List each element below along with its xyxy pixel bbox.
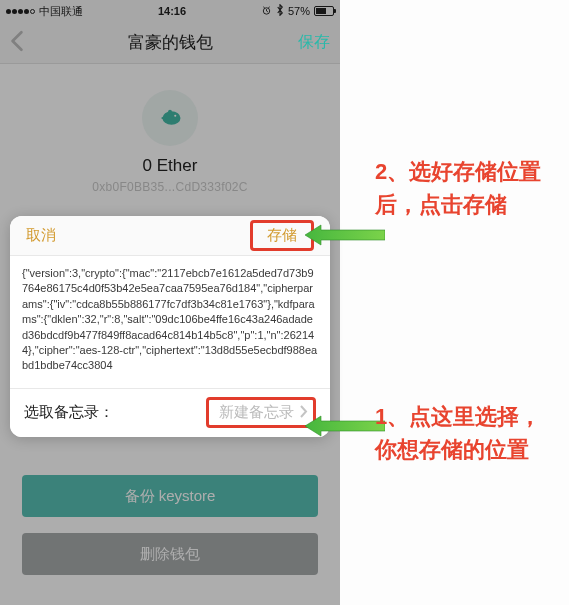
memo-select-label: 选取备忘录：: [24, 403, 114, 422]
annotation-highlight-store: 存储: [250, 220, 314, 251]
store-button[interactable]: 存储: [253, 223, 311, 248]
save-button[interactable]: 保存: [298, 32, 330, 53]
keystore-json-text[interactable]: {"version":3,"crypto":{"mac":"2117ebcb7e…: [10, 256, 330, 389]
memo-select-row: 选取备忘录： 新建备忘录: [10, 389, 330, 437]
annotation-text-1: 1、点这里选择，你想存储的位置: [375, 400, 560, 466]
sheet-header: 取消 存储: [10, 216, 330, 256]
annotation-text-2: 2、选好存储位置后，点击存储: [375, 155, 560, 221]
annotation-highlight-memo: 新建备忘录: [206, 397, 316, 428]
phone-frame: 中国联通 14:16 57% 富豪的钱包 保存: [0, 0, 340, 605]
export-sheet: 取消 存储 {"version":3,"crypto":{"mac":"2117…: [10, 216, 330, 437]
chevron-right-icon: [300, 405, 308, 421]
cancel-button[interactable]: 取消: [26, 226, 56, 245]
memo-picker[interactable]: 新建备忘录: [219, 403, 294, 422]
